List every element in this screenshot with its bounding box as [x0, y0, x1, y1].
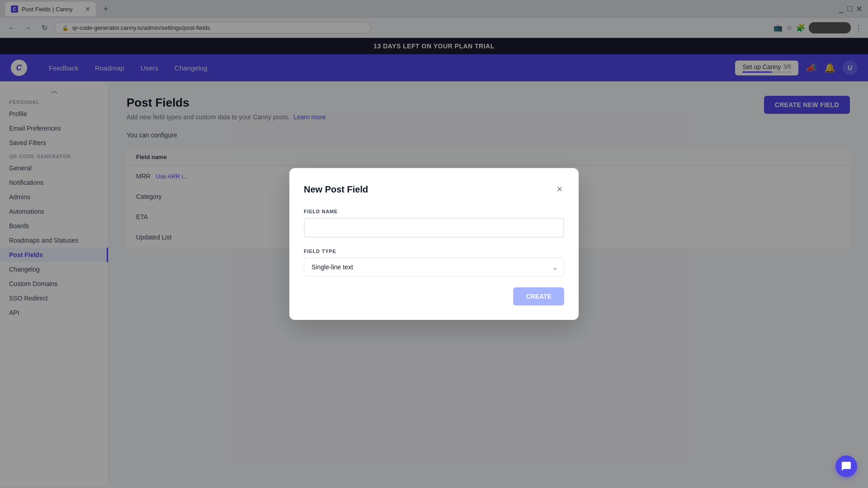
field-type-label: FIELD TYPE — [304, 249, 564, 254]
modal-overlay[interactable]: New Post Field × FIELD NAME FIELD TYPE S… — [0, 0, 868, 486]
modal-footer: CREATE — [304, 287, 564, 305]
modal-header: New Post Field × — [304, 183, 564, 196]
field-name-label: FIELD NAME — [304, 209, 564, 214]
field-type-select-wrapper: Single-line text Multi-line text Number … — [304, 258, 564, 277]
field-type-group: FIELD TYPE Single-line text Multi-line t… — [304, 249, 564, 277]
field-name-input[interactable] — [304, 218, 564, 238]
chat-button[interactable] — [835, 455, 857, 477]
field-type-select[interactable]: Single-line text Multi-line text Number … — [304, 258, 564, 277]
modal-close-button[interactable]: × — [555, 183, 564, 196]
new-post-field-modal: New Post Field × FIELD NAME FIELD TYPE S… — [289, 168, 579, 320]
chat-icon — [841, 461, 852, 472]
modal-title: New Post Field — [304, 184, 368, 195]
field-name-group: FIELD NAME — [304, 209, 564, 238]
create-button[interactable]: CREATE — [513, 287, 564, 305]
